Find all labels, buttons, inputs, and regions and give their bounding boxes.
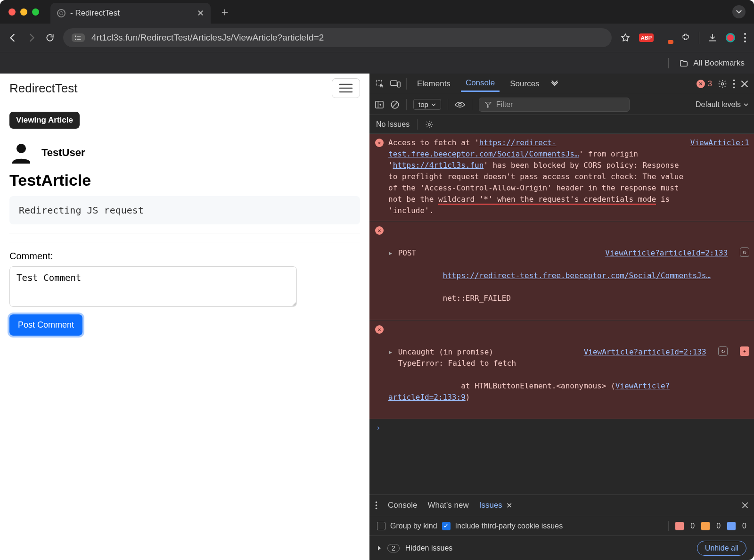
console-settings-icon[interactable] xyxy=(425,120,434,129)
tab-strip: - RedirectTest ✕ ＋ xyxy=(0,0,754,24)
all-bookmarks-button[interactable]: All Bookmarks xyxy=(679,58,745,68)
expand-icon[interactable] xyxy=(377,545,382,551)
hidden-issues-label: Hidden issues xyxy=(405,544,453,552)
back-button[interactable] xyxy=(8,33,18,43)
page-navbar: RedirectTest xyxy=(0,74,369,103)
console-error-entry[interactable]: ✕ ▸Uncaught (in promise) TypeError: Fail… xyxy=(369,321,754,419)
tabs-dropdown-button[interactable] xyxy=(732,5,746,18)
address-bar[interactable]: 4rt1cl3s.fun/RedirectTest/ArticlesJs/Vie… xyxy=(63,28,612,47)
downloads-icon[interactable] xyxy=(708,33,717,42)
comment-input[interactable]: Test Comment xyxy=(9,266,297,307)
drawer-tab-whatsnew[interactable]: What's new xyxy=(427,501,468,510)
svg-point-2 xyxy=(75,39,76,40)
unhide-all-button[interactable]: Unhide all xyxy=(697,541,746,556)
settings-icon[interactable] xyxy=(718,79,727,89)
source-link[interactable]: ViewArticle?articleId=2:133 xyxy=(584,346,706,358)
maximize-window-icon[interactable] xyxy=(32,8,39,16)
svg-point-0 xyxy=(75,36,76,37)
divider xyxy=(9,242,360,242)
cookie-extension-icon[interactable] xyxy=(662,33,672,43)
source-link[interactable]: ViewArticle:1 xyxy=(690,137,749,216)
svg-point-5 xyxy=(744,37,746,39)
close-devtools-icon[interactable] xyxy=(741,80,748,88)
site-info-icon[interactable] xyxy=(72,33,85,42)
tab-console[interactable]: Console xyxy=(461,75,500,92)
close-drawer-tab-icon[interactable]: ✕ xyxy=(506,501,512,510)
more-tabs-icon[interactable] xyxy=(550,81,559,87)
article-title: TestArticle xyxy=(9,171,360,189)
toggle-sidebar-icon[interactable] xyxy=(375,100,384,109)
viewing-article-badge: Viewing Article xyxy=(9,112,80,129)
third-party-checkbox[interactable]: ✓ xyxy=(442,522,451,530)
tab-elements[interactable]: Elements xyxy=(412,76,455,91)
article-body: Redirecting JS request xyxy=(9,196,360,224)
error-icon: ✕ xyxy=(375,226,384,235)
context-select[interactable]: top xyxy=(413,99,441,110)
group-by-kind-checkbox[interactable] xyxy=(377,522,385,530)
user-avatar-icon xyxy=(9,141,33,165)
forward-button[interactable] xyxy=(26,33,37,43)
close-drawer-icon[interactable] xyxy=(742,502,748,509)
svg-point-17 xyxy=(459,103,461,106)
replay-icon[interactable]: ↻ xyxy=(718,346,728,356)
reload-button[interactable] xyxy=(45,33,55,42)
error-icon: ✕ xyxy=(375,139,384,147)
divider xyxy=(9,233,360,233)
close-tab-icon[interactable]: ✕ xyxy=(197,8,204,18)
brand-title[interactable]: RedirectTest xyxy=(9,81,78,96)
svg-point-20 xyxy=(376,504,377,506)
inspect-element-icon[interactable] xyxy=(375,79,385,89)
minimize-window-icon[interactable] xyxy=(20,8,27,16)
drawer-tab-issues[interactable]: Issues xyxy=(479,501,502,510)
author-row: TestUser xyxy=(9,141,360,165)
new-tab-button[interactable]: ＋ xyxy=(219,4,230,19)
error-count-badge[interactable]: ✕3 xyxy=(697,80,712,88)
browser-tab[interactable]: - RedirectTest ✕ xyxy=(50,3,211,24)
console-prompt[interactable]: › xyxy=(369,419,754,437)
clear-console-icon[interactable] xyxy=(390,100,400,109)
author-name: TestUser xyxy=(41,147,85,159)
replay-icon[interactable]: ↻ xyxy=(740,247,749,257)
svg-point-19 xyxy=(376,502,377,503)
globe-icon xyxy=(57,9,66,17)
svg-rect-10 xyxy=(397,82,400,87)
console-filter-bar: top Filter Default levels xyxy=(369,94,754,115)
extensions-icon[interactable] xyxy=(681,33,690,42)
devtools-tab-bar: Elements Console Sources ✕3 xyxy=(369,74,754,94)
bookmark-bar: All Bookmarks xyxy=(0,52,754,74)
tab-title: - RedirectTest xyxy=(70,8,192,18)
svg-point-12 xyxy=(733,79,735,81)
bookmark-star-icon[interactable] xyxy=(620,33,631,43)
browser-chrome: - RedirectTest ✕ ＋ 4rt1cl3 xyxy=(0,0,754,74)
issues-stats: 0 0 0 xyxy=(668,521,746,531)
tab-sources[interactable]: Sources xyxy=(505,76,544,91)
log-levels-select[interactable]: Default levels xyxy=(696,100,748,109)
device-toolbar-icon[interactable] xyxy=(390,80,401,88)
devtools-menu-icon[interactable] xyxy=(733,79,735,89)
devtools-panel: Elements Console Sources ✕3 xyxy=(369,74,754,560)
ai-explain-icon[interactable]: ✦ xyxy=(740,346,749,356)
drawer-tab-console[interactable]: Console xyxy=(388,501,417,510)
hidden-count-badge: 2 xyxy=(387,544,400,552)
error-stat-icon xyxy=(675,522,684,530)
drawer-menu-icon[interactable] xyxy=(375,501,377,510)
adblock-extension-icon[interactable]: ABP xyxy=(639,33,654,42)
source-link[interactable]: ViewArticle?articleId=2:133 xyxy=(605,247,728,259)
svg-point-14 xyxy=(733,86,735,88)
console-message: ▸POSTViewArticle?articleId=2:133 ↻ https… xyxy=(388,225,749,315)
profile-avatar-icon[interactable] xyxy=(726,33,735,42)
close-window-icon[interactable] xyxy=(8,8,16,16)
console-error-entry[interactable]: ✕ Access to fetch at 'https://redirect-t… xyxy=(369,134,754,221)
group-by-kind-label: Group by kind xyxy=(390,522,437,530)
svg-rect-1 xyxy=(77,36,81,37)
filter-input[interactable]: Filter xyxy=(479,98,630,112)
browser-menu-icon[interactable] xyxy=(744,33,746,43)
live-expression-icon[interactable] xyxy=(455,101,465,108)
svg-point-7 xyxy=(16,144,26,153)
post-comment-button[interactable]: Post Comment xyxy=(9,314,82,336)
window-controls xyxy=(8,8,39,16)
console-error-entry[interactable]: ✕ ▸POSTViewArticle?articleId=2:133 ↻ htt… xyxy=(369,222,754,320)
navbar-toggle-button[interactable] xyxy=(332,78,360,98)
hidden-issues-row[interactable]: 2 Hidden issues Unhide all xyxy=(369,535,754,560)
warning-stat-icon xyxy=(701,522,710,530)
